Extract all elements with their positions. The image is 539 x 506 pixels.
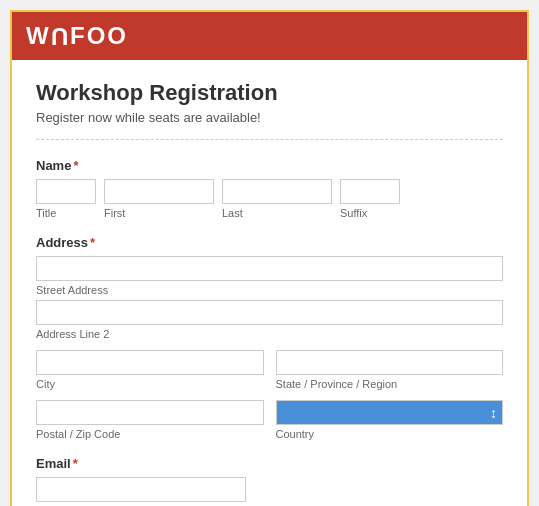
first-input[interactable]: [104, 179, 214, 204]
form-title: Workshop Registration: [36, 80, 503, 106]
title-input[interactable]: [36, 179, 96, 204]
country-field-wrap: United States Canada United Kingdom ↕ Co…: [276, 400, 504, 440]
name-label: Name*: [36, 158, 503, 173]
last-sublabel: Last: [222, 207, 332, 219]
name-field-group: Name* Title First Last Suffix: [36, 158, 503, 219]
street-input[interactable]: [36, 256, 503, 281]
last-input[interactable]: [222, 179, 332, 204]
country-select-wrapper: United States Canada United Kingdom ↕: [276, 400, 504, 425]
email-field-group: Email*: [36, 456, 503, 502]
zip-sublabel: Postal / Zip Code: [36, 428, 264, 440]
suffix-input[interactable]: [340, 179, 400, 204]
name-fields-row: Title First Last Suffix: [36, 179, 503, 219]
title-sublabel: Title: [36, 207, 96, 219]
form-container: Workshop Registration Register now while…: [12, 60, 527, 506]
city-field-wrap: City: [36, 350, 264, 390]
title-field-wrap: Title: [36, 179, 96, 219]
state-input[interactable]: [276, 350, 504, 375]
page-wrapper: WUFOO Workshop Registration Register now…: [10, 10, 529, 506]
email-label: Email*: [36, 456, 503, 471]
country-sublabel: Country: [276, 428, 504, 440]
address-field-group: Address* Street Address Address Line 2 C…: [36, 235, 503, 440]
address2-input[interactable]: [36, 300, 503, 325]
state-field-wrap: State / Province / Region: [276, 350, 504, 390]
first-field-wrap: First: [104, 179, 214, 219]
zip-field-wrap: Postal / Zip Code: [36, 400, 264, 440]
state-sublabel: State / Province / Region: [276, 378, 504, 390]
address-label: Address*: [36, 235, 503, 250]
country-select[interactable]: United States Canada United Kingdom: [276, 400, 504, 425]
form-subtitle: Register now while seats are available!: [36, 110, 503, 140]
zip-input[interactable]: [36, 400, 264, 425]
zip-country-row: Postal / Zip Code United States Canada U…: [36, 400, 503, 440]
address2-field-wrap: Address Line 2: [36, 300, 503, 340]
address2-sublabel: Address Line 2: [36, 328, 503, 340]
city-state-row: City State / Province / Region: [36, 350, 503, 390]
email-input[interactable]: [36, 477, 246, 502]
suffix-sublabel: Suffix: [340, 207, 400, 219]
suffix-field-wrap: Suffix: [340, 179, 400, 219]
email-field-wrap: [36, 477, 246, 502]
city-input[interactable]: [36, 350, 264, 375]
street-field-wrap: Street Address: [36, 256, 503, 296]
header: WUFOO: [12, 12, 527, 60]
street-sublabel: Street Address: [36, 284, 503, 296]
last-field-wrap: Last: [222, 179, 332, 219]
logo: WUFOO: [26, 22, 513, 50]
first-sublabel: First: [104, 207, 214, 219]
city-sublabel: City: [36, 378, 264, 390]
